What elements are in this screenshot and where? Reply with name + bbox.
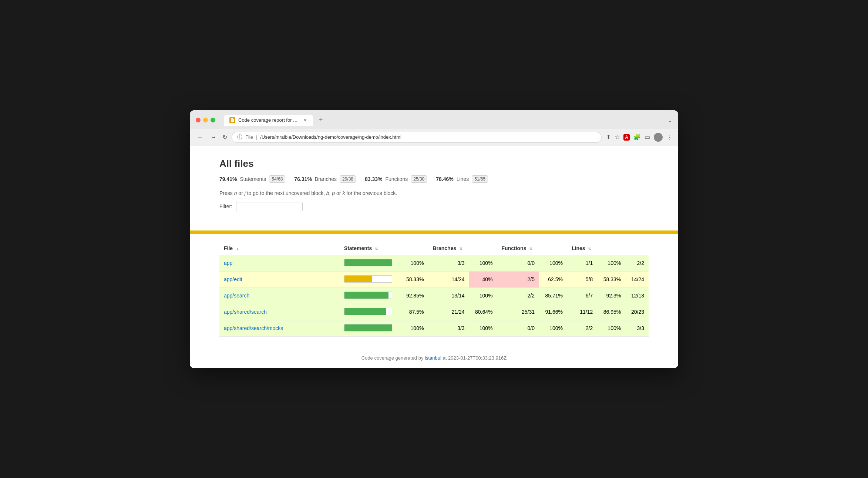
tab-close-button[interactable]: ✕: [303, 117, 308, 124]
cell-functions-num: 5/8: [567, 271, 597, 287]
bookmark-icon[interactable]: ☆: [615, 134, 620, 141]
tab-title: Code coverage report for All fi: [238, 117, 300, 123]
branches-label: Branches: [315, 176, 337, 182]
security-icon: ⓘ: [237, 134, 242, 141]
new-tab-button[interactable]: +: [316, 115, 326, 125]
cell-branches-num: 2/2: [497, 287, 539, 304]
table-row: app/edit 58.33% 14/24 40% 2/5 62.5% 5/8 …: [219, 271, 649, 287]
share-icon[interactable]: ⬆: [606, 134, 611, 141]
statements-badge: 54/68: [269, 175, 285, 183]
cell-lines-num: 12/13: [625, 287, 649, 304]
cell-branches-pct: 40%: [469, 271, 497, 287]
protocol-label: File: [245, 134, 253, 140]
cell-file: app: [219, 255, 340, 271]
cell-bar: [340, 255, 400, 271]
footer-text-after: at 2023-01-27T00:33:23.916Z: [441, 355, 507, 361]
col-header-functions[interactable]: Functions ⇅: [497, 242, 539, 255]
file-link[interactable]: app/search: [224, 293, 249, 299]
file-link[interactable]: app/shared/search/mocks: [224, 325, 283, 331]
cell-branches-num: 0/0: [497, 320, 539, 336]
cell-statements-pct: 100%: [400, 255, 428, 271]
maximize-button[interactable]: [211, 118, 215, 122]
page-title: All files: [219, 158, 649, 169]
coverage-table-wrap: File ▲ Statements ⇅ Branches ⇅ Functions…: [190, 234, 678, 348]
cell-statements-num: 13/14: [428, 287, 469, 304]
col-header-file[interactable]: File ▲: [219, 242, 340, 255]
filter-label: Filter:: [219, 203, 232, 209]
cell-statements-num: 3/3: [428, 320, 469, 336]
cell-functions-pct: 62.5%: [539, 271, 567, 287]
table-row: app 100% 3/3 100% 0/0 100% 1/1 100% 2/2: [219, 255, 649, 271]
statements-pct: 79.41%: [219, 176, 237, 182]
cell-functions-pct: 100%: [539, 320, 567, 336]
cell-lines-num: 20/23: [625, 304, 649, 320]
cell-statements-pct: 100%: [400, 320, 428, 336]
menu-icon[interactable]: ⋮: [666, 134, 672, 141]
sidebar-icon[interactable]: ▭: [645, 134, 650, 141]
avatar[interactable]: [654, 133, 663, 142]
tab-favicon: 📄: [229, 117, 235, 123]
file-link[interactable]: app/edit: [224, 276, 242, 282]
cell-lines-num: 2/2: [625, 255, 649, 271]
cell-lines-pct: 86.95%: [597, 304, 625, 320]
browser-window: 📄 Code coverage report for All fi ✕ + ⌄ …: [190, 110, 678, 368]
cell-statements-num: 3/3: [428, 255, 469, 271]
cell-file: app/shared/search/mocks: [219, 320, 340, 336]
cell-bar: [340, 304, 400, 320]
cell-functions-pct: 91.66%: [539, 304, 567, 320]
cell-lines-pct: 100%: [597, 320, 625, 336]
statements-label: Statements: [240, 176, 266, 182]
cell-functions-num: 1/1: [567, 255, 597, 271]
cell-file: app/search: [219, 287, 340, 304]
address-bar[interactable]: ⓘ File | /Users/mraible/Downloads/ng-dem…: [232, 132, 602, 143]
forward-button[interactable]: →: [209, 132, 218, 142]
cell-branches-pct: 80.64%: [469, 304, 497, 320]
stat-statements: 79.41% Statements 54/68: [219, 175, 285, 183]
close-button[interactable]: [196, 118, 201, 122]
lines-label: Lines: [457, 176, 469, 182]
col-header-statements[interactable]: Statements ⇅: [340, 242, 400, 255]
footer-text-before: Code coverage generated by: [361, 355, 425, 361]
stats-bar: 79.41% Statements 54/68 76.31% Branches …: [219, 175, 649, 183]
cell-branches-pct: 100%: [469, 287, 497, 304]
col-header-lines[interactable]: Lines ⇅: [567, 242, 597, 255]
page-footer: Code coverage generated by istanbul at 2…: [190, 348, 678, 368]
cell-lines-pct: 58.33%: [597, 271, 625, 287]
active-tab[interactable]: 📄 Code coverage report for All fi ✕: [224, 115, 313, 126]
cell-functions-num: 11/12: [567, 304, 597, 320]
cell-branches-pct: 100%: [469, 255, 497, 271]
col-header-lines-num: [597, 242, 625, 255]
istanbul-link[interactable]: istanbul: [425, 355, 441, 361]
cell-functions-num: 2/2: [567, 320, 597, 336]
tab-chevron-icon[interactable]: ⌄: [668, 117, 672, 123]
url-text: /Users/mraible/Downloads/ng-demo/coverag…: [260, 134, 401, 140]
col-header-branches[interactable]: Branches ⇅: [428, 242, 469, 255]
functions-label: Functions: [386, 176, 408, 182]
minimize-button[interactable]: [203, 118, 208, 122]
yellow-divider: [190, 230, 678, 234]
file-link[interactable]: app/shared/search: [224, 309, 267, 315]
cell-functions-num: 6/7: [567, 287, 597, 304]
cell-lines-pct: 100%: [597, 255, 625, 271]
cell-statements-pct: 87.5%: [400, 304, 428, 320]
cell-statements-pct: 58.33%: [400, 271, 428, 287]
functions-pct: 83.33%: [365, 176, 382, 182]
back-button[interactable]: ←: [196, 132, 205, 142]
cell-branches-num: 2/5: [497, 271, 539, 287]
stat-lines: 78.46% Lines 51/65: [436, 175, 488, 183]
table-header-row: File ▲ Statements ⇅ Branches ⇅ Functions…: [219, 242, 649, 255]
refresh-button[interactable]: ↻: [222, 134, 227, 141]
stat-functions: 83.33% Functions 25/30: [365, 175, 427, 183]
col-header-branches-num: [469, 242, 497, 255]
extension-a-icon[interactable]: A: [623, 134, 630, 141]
puzzle-icon[interactable]: 🧩: [633, 134, 641, 141]
branches-pct: 76.31%: [294, 176, 312, 182]
col-header-statements-num: [400, 242, 428, 255]
filter-input[interactable]: [236, 202, 303, 211]
nav-actions: ⬆ ☆ A 🧩 ▭ ⋮: [606, 133, 672, 142]
titlebar: 📄 Code coverage report for All fi ✕ + ⌄: [190, 110, 678, 129]
lines-pct: 78.46%: [436, 176, 453, 182]
file-link[interactable]: app: [224, 260, 232, 266]
cell-functions-pct: 100%: [539, 255, 567, 271]
hint-text: Press n or j to go to the next uncovered…: [219, 190, 649, 196]
